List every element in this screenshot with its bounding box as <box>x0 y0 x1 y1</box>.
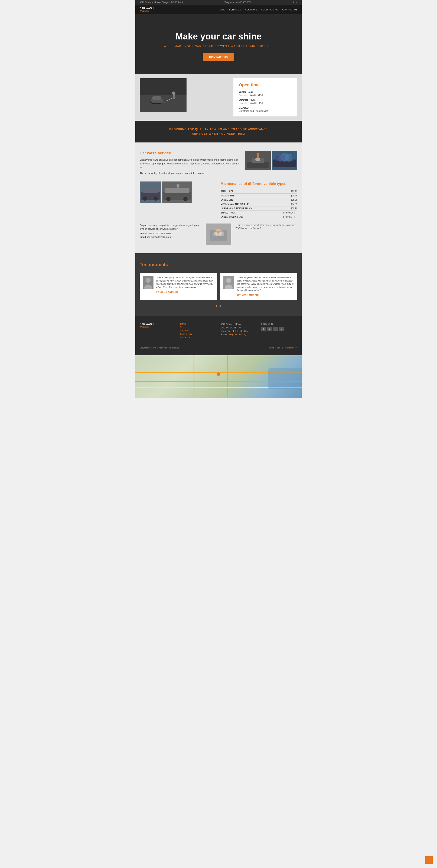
footer-link-contact[interactable]: Contact us <box>180 336 216 339</box>
svg-rect-33 <box>177 187 179 190</box>
price-row-large: LARGE SIZE $29.99 <box>221 198 298 202</box>
header: CAR WASH WEBSITE HOME SERVICES COUPONS F… <box>135 5 302 14</box>
services-middle: Maintenance of different vehicle types S… <box>139 182 298 219</box>
testimonials-dots <box>139 304 298 308</box>
svg-point-5 <box>172 92 176 95</box>
contact-info-box: Do you have any complaints or suggestion… <box>139 223 201 245</box>
price-label-large-truck: LARGE TRUCK & BUS <box>221 216 244 218</box>
footer-logo-line2: WEBSITE <box>139 326 176 328</box>
nav-coupons[interactable]: COUPONS <box>245 8 257 11</box>
svg-point-37 <box>213 232 217 236</box>
footer-email-link[interactable]: mail@demolink.org <box>228 333 246 336</box>
hero-title: Make your car shine <box>139 31 298 41</box>
service-image-4 <box>162 182 192 203</box>
price-row-medium: MEDIUM SIZE $24.99 <box>221 194 298 198</box>
hero-content: Make your car shine WE'LL MAKE YOUR CAR … <box>139 31 298 61</box>
hero-contact-button[interactable]: CONTACT US <box>203 53 234 61</box>
testimonial-avatar-2 <box>223 276 234 289</box>
open-time-box: Open time Winter Hours: Everyday: 7AM to… <box>233 78 298 117</box>
map-pin <box>217 372 220 377</box>
open-time-section: Open time Winter Hours: Everyday: 7AM to… <box>135 74 302 121</box>
price-val-small-truck: $59.99 (16 FT) <box>283 212 298 214</box>
linkedin-icon[interactable]: in <box>295 1 298 4</box>
footer-link-coupons[interactable]: Coupons <box>180 330 216 332</box>
facebook-icon[interactable]: f <box>293 1 294 4</box>
nav-services[interactable]: SERVICES <box>229 8 241 11</box>
svg-point-30 <box>166 197 170 201</box>
phone-label: Please call: <box>139 232 153 235</box>
svg-rect-40 <box>216 229 221 231</box>
contact-question: Do you have any complaints or suggestion… <box>139 223 201 230</box>
price-val-small: $19.99 <box>291 190 298 193</box>
dot-1[interactable] <box>216 305 217 307</box>
service-image-1 <box>245 151 271 170</box>
footer-twitter-icon[interactable]: t <box>267 327 272 332</box>
testimonial-content-1: " I have been going to Car Wash for year… <box>156 276 214 297</box>
price-row-large-van: LARGE VAN & PICK UP TRUCK $39.99 <box>221 207 298 211</box>
footer-instagram-icon[interactable]: in <box>273 327 278 332</box>
banner-text: PROVIDING TOP QUALITY TOWING AND ROADSID… <box>139 127 298 136</box>
svg-point-42 <box>224 239 225 239</box>
svg-point-43 <box>218 240 219 241</box>
main-nav: HOME SERVICES COUPONS FUND RAISING CONTA… <box>218 8 298 11</box>
testimonials-title: Testimonials <box>139 262 298 268</box>
dot-2[interactable] <box>220 305 221 307</box>
svg-point-48 <box>226 278 231 283</box>
testimonial-content-2: " I love this place. Besides the excepti… <box>237 276 294 297</box>
topbar-address: 9870 St Vincent Place, Glasgow, DC 45 Fr… <box>139 1 183 4</box>
svg-point-31 <box>183 197 188 201</box>
svg-point-26 <box>154 196 158 201</box>
summer-hours-value: Everyday: 7AM to 9PM <box>239 102 292 104</box>
price-val-medium: $24.99 <box>291 194 298 197</box>
testimonials-grid: " I have been going to Car Wash for year… <box>139 273 298 300</box>
testimonials-section: Testimonials " I have been going to Car … <box>135 253 302 316</box>
map-placeholder[interactable] <box>135 355 302 398</box>
services-desc2: Also we have big closed truck parking an… <box>139 172 241 175</box>
closed-value: Christmas and Thanksgiving <box>239 110 292 112</box>
footer-linkedin-icon[interactable]: li <box>279 327 284 332</box>
services-top: Car wash service Clean vehicle and attra… <box>139 151 298 177</box>
open-time-title: Open time <box>239 83 292 87</box>
nav-fund-raising[interactable]: FUND RAISING <box>261 8 278 11</box>
email-label: Email us: <box>139 236 151 238</box>
copyright-text: Copyright 2016 © Car wash All rights res… <box>139 347 180 349</box>
banner-section: PROVIDING TOP QUALITY TOWING AND ROADSID… <box>135 121 302 143</box>
logo: CAR WASH WEBSITE <box>139 7 154 12</box>
winter-hours-label: Winter Hours: <box>239 91 292 93</box>
footer-address-section: 9870 St Vincent Place, Glasgow, DC 45 Fr… <box>221 323 257 340</box>
top-bar: 9870 St Vincent Place, Glasgow, DC 45 Fr… <box>135 0 302 5</box>
waiting-room-text: There is a waiting room for the drivers … <box>236 223 298 245</box>
testimonial-text-2: " I love this place. Besides the excepti… <box>237 276 294 292</box>
footer-link-fund-raising[interactable]: Fund raising <box>180 333 216 335</box>
svg-point-20 <box>277 155 283 162</box>
footer-link-services[interactable]: Services <box>180 326 216 329</box>
testimonial-card-2: " I love this place. Besides the excepti… <box>220 273 298 300</box>
testimonial-card-1: " I have been going to Car Wash for year… <box>139 273 217 300</box>
footer-facebook-icon[interactable]: f <box>261 327 266 332</box>
terms-link[interactable]: Terms of use <box>269 347 280 349</box>
footer-link-home[interactable]: Home <box>180 323 216 325</box>
phone-number: +1 800 559 6580 <box>153 232 171 235</box>
svg-point-21 <box>285 154 293 162</box>
hero-subtitle: WE'LL MAKE YOUR CAR CLEAN OR WE'LL WASH … <box>139 45 298 48</box>
footer-address-line1: 9870 St Vincent Place, <box>221 323 257 326</box>
contact-phone: Please call: +1 800 559 6580 <box>139 232 201 235</box>
topbar-social: f in <box>293 1 298 4</box>
services-desc1: Clean vehicle and attractive exterior de… <box>139 158 241 169</box>
privacy-link[interactable]: Privacy Policy <box>285 347 298 349</box>
price-row-small-truck: SMALL TRUCK $59.99 (16 FT) <box>221 211 298 215</box>
map-section <box>135 355 302 398</box>
logo-line2: WEBSITE <box>139 10 154 12</box>
services-images-top <box>245 151 298 177</box>
price-label-small-truck: SMALL TRUCK <box>221 212 236 214</box>
footer-phone: Telephone: +1 800 603 6035 <box>221 330 257 333</box>
nav-contact-us[interactable]: CONTACT US <box>282 8 298 11</box>
svg-rect-6 <box>173 95 175 99</box>
footer-address-line2: Glasgow, DC 45 Fr 45 <box>221 326 257 330</box>
footer-social-icons: f t in li <box>261 327 298 332</box>
testimonial-avatar-1 <box>143 276 154 289</box>
nav-home[interactable]: HOME <box>218 8 225 11</box>
price-val-large-van: $39.99 <box>291 207 298 210</box>
price-label-small: SMALL SIZE <box>221 190 233 193</box>
svg-rect-1 <box>139 95 187 113</box>
